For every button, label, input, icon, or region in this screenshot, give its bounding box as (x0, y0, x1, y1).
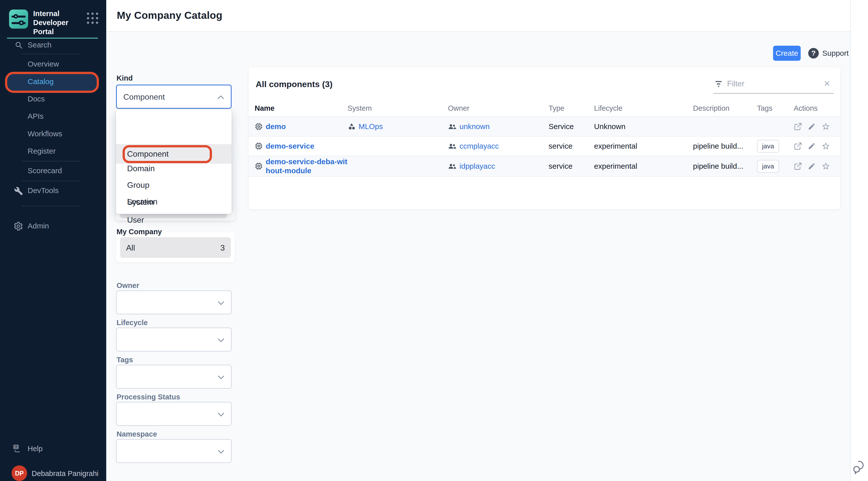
my-company-all-row[interactable]: All 3 (120, 237, 231, 258)
owner-link[interactable]: unknown (460, 122, 490, 131)
sidebar-item-overview[interactable]: Overview (0, 56, 106, 72)
column-header-actions: Actions (794, 104, 840, 113)
tags-select[interactable] (116, 365, 231, 389)
column-header-lifecycle[interactable]: Lifecycle (594, 104, 693, 113)
edit-pencil-icon[interactable] (808, 162, 816, 170)
app-title: Internal Developer Portal (33, 9, 86, 36)
component-link[interactable]: demo-service-deba-without-module (266, 157, 347, 175)
star-icon[interactable] (821, 162, 830, 171)
sidebar-item-catalog[interactable]: Catalog (0, 73, 106, 90)
sidebar: Internal Developer Portal Search Overvie… (0, 0, 106, 481)
type-cell: service (549, 162, 594, 170)
sidebar-separator (22, 181, 80, 181)
type-cell: Service (549, 122, 594, 131)
clear-filter-icon[interactable]: ✕ (824, 79, 830, 88)
owner-group-icon (448, 123, 457, 130)
help-chat-icon: ? (12, 443, 22, 453)
open-in-new-icon[interactable] (794, 162, 802, 170)
edit-pencil-icon[interactable] (808, 123, 816, 131)
sidebar-item-workflows[interactable]: Workflows (0, 126, 106, 142)
owner-select[interactable] (116, 290, 231, 314)
sidebar-item-devtools[interactable]: DevTools (0, 183, 106, 199)
chevron-down-icon (217, 375, 224, 379)
table-title: All components (3) (256, 79, 333, 89)
column-header-system[interactable]: System (348, 104, 448, 113)
column-header-type[interactable]: Type (549, 104, 594, 113)
star-icon[interactable] (821, 122, 830, 131)
my-company-card: All 3 (116, 232, 235, 262)
kind-dropdown-upper: System User (116, 110, 231, 214)
sidebar-item-apis[interactable]: APIs (0, 108, 106, 124)
page-title: My Company Catalog (117, 9, 222, 21)
table-filter-input[interactable]: Filter ✕ (713, 75, 834, 94)
sidebar-item-label: Admin (28, 222, 49, 230)
component-link[interactable]: demo-service (266, 141, 314, 151)
tags-label: Tags (117, 356, 133, 364)
filter-icon (714, 80, 723, 88)
sidebar-item-docs[interactable]: Docs (0, 91, 106, 107)
type-cell: service (549, 142, 594, 150)
kind-option-system[interactable]: System (116, 194, 231, 211)
svg-text:?: ? (15, 445, 17, 449)
column-header-description[interactable]: Description (693, 104, 757, 113)
open-in-new-icon[interactable] (794, 122, 802, 131)
apps-grid-icon[interactable] (87, 12, 100, 26)
sidebar-item-label: Docs (28, 95, 45, 103)
star-icon[interactable] (821, 141, 830, 151)
chevron-down-icon (217, 301, 224, 305)
component-chip-icon (255, 162, 263, 170)
kind-option-label: System (127, 198, 154, 207)
kind-option-user[interactable]: User (116, 210, 231, 230)
column-header-owner[interactable]: Owner (448, 104, 549, 113)
owner-link[interactable]: idpplayacc (460, 162, 495, 170)
lifecycle-cell: Unknown (594, 122, 693, 131)
kind-select-value: Component (123, 92, 165, 102)
sidebar-item-scorecard[interactable]: Scorecard (0, 163, 106, 179)
chat-widget-icon[interactable] (852, 459, 867, 475)
lifecycle-select[interactable] (116, 328, 231, 351)
support-label: Support (822, 49, 849, 58)
my-company-all-label: All (126, 243, 135, 253)
owner-link[interactable]: ccmplayacc (460, 142, 499, 150)
page-header: My Company Catalog (106, 0, 850, 32)
open-in-new-icon[interactable] (794, 142, 802, 150)
right-gutter (850, 0, 868, 481)
sidebar-item-label: Search (28, 41, 52, 49)
description-cell: pipeline build... (693, 162, 757, 170)
table-header-row: Name System Owner Type Lifecycle Descrip… (249, 100, 840, 117)
component-link[interactable]: demo (266, 122, 286, 131)
table-row: demo-service-deba-without-module idpplay… (249, 156, 840, 177)
lifecycle-label: Lifecycle (117, 319, 148, 327)
description-cell: pipeline build... (693, 142, 757, 150)
chevron-up-icon (217, 95, 224, 99)
avatar[interactable]: DP (11, 466, 27, 481)
sidebar-item-search[interactable]: Search (0, 37, 106, 53)
sidebar-item-admin[interactable]: Admin (0, 218, 106, 234)
edit-pencil-icon[interactable] (808, 142, 816, 150)
namespace-label: Namespace (117, 430, 157, 438)
create-button[interactable]: Create (773, 46, 801, 61)
sidebar-item-label: Scorecard (28, 166, 62, 175)
system-link[interactable]: MLOps (359, 122, 383, 131)
avatar-initials: DP (15, 470, 24, 477)
search-icon (14, 41, 23, 50)
namespace-select[interactable] (116, 439, 231, 463)
owner-group-icon (448, 143, 457, 149)
logo-icon (9, 9, 28, 29)
question-circle-icon: ? (808, 48, 819, 59)
kind-select[interactable]: Component (116, 85, 231, 109)
component-link-line1: demo-service-deba-wit (266, 157, 347, 166)
support-button[interactable]: ? Support (808, 46, 849, 61)
column-header-name[interactable]: Name (249, 104, 348, 113)
sidebar-item-help[interactable]: ? Help (0, 440, 106, 457)
user-name[interactable]: Debabrata Panigrahi (32, 470, 98, 478)
system-category-icon (348, 123, 355, 131)
table-row: demo-service ccmplayacc service experime… (249, 136, 840, 156)
table-row: demo MLOps unknown Service Unknown (249, 117, 840, 136)
sidebar-item-register[interactable]: Register (0, 143, 106, 159)
tag-chip: java (757, 140, 779, 153)
chevron-down-icon (217, 450, 224, 454)
column-header-tags[interactable]: Tags (757, 104, 794, 113)
sidebar-separator (22, 206, 80, 206)
processing-status-select[interactable] (116, 402, 231, 426)
